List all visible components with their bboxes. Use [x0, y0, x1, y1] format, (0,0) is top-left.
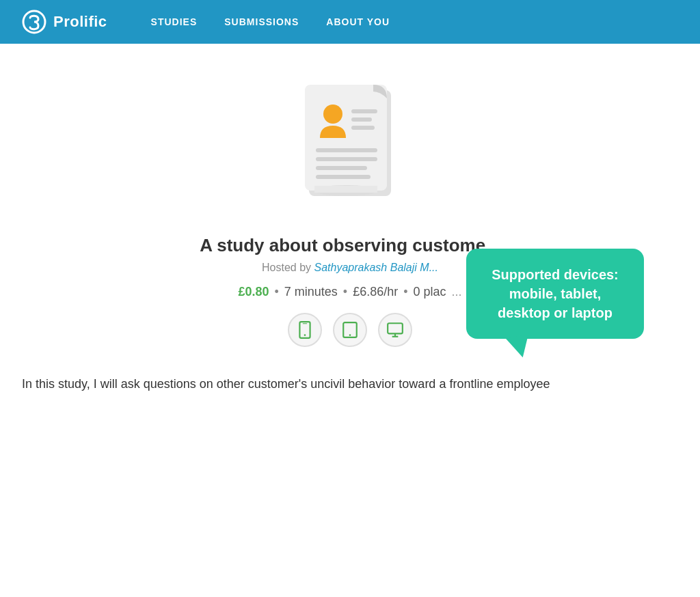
- logo-icon: [22, 10, 46, 34]
- svg-rect-6: [351, 126, 375, 130]
- svg-rect-9: [316, 166, 367, 170]
- main-content: Supported devices: mobile, tablet, deskt…: [0, 44, 700, 416]
- tablet-icon-button[interactable]: [333, 313, 367, 347]
- desktop-icon: [386, 321, 404, 339]
- nav-links: STUDIES SUBMISSIONS ABOUT YOU: [151, 16, 390, 27]
- study-duration: 7 minutes: [284, 285, 338, 299]
- study-meta: £0.80 • 7 minutes • £6.86/hr • 0 plac...: [238, 285, 461, 299]
- tooltip-bubble: Supported devices: mobile, tablet, deskt…: [466, 249, 644, 339]
- svg-rect-8: [316, 157, 377, 161]
- svg-point-17: [349, 334, 351, 336]
- study-places: 0 plac: [414, 285, 446, 299]
- svg-rect-2: [305, 85, 387, 191]
- mobile-icon-button[interactable]: [288, 313, 322, 347]
- study-illustration: [295, 77, 405, 213]
- svg-rect-18: [388, 323, 403, 333]
- study-area: Supported devices: mobile, tablet, deskt…: [56, 235, 644, 347]
- hosted-by: Hosted by Sathyaprakash Balaji M...: [262, 262, 438, 274]
- researcher-link[interactable]: Sathyaprakash Balaji M...: [314, 262, 438, 273]
- svg-rect-7: [316, 148, 377, 152]
- study-rate: £6.86/hr: [353, 285, 398, 299]
- device-icons-row: [288, 313, 412, 347]
- tooltip-text: Supported devices: mobile, tablet, deskt…: [492, 267, 619, 320]
- nav-studies[interactable]: STUDIES: [151, 16, 198, 27]
- nav-about-you[interactable]: ABOUT YOU: [326, 16, 390, 27]
- study-description: In this study, I will ask questions on o…: [22, 374, 637, 394]
- svg-point-3: [323, 105, 342, 124]
- desktop-icon-button[interactable]: [378, 313, 412, 347]
- nav-submissions[interactable]: SUBMISSIONS: [224, 16, 299, 27]
- brand-name: Prolific: [53, 13, 107, 31]
- svg-rect-4: [351, 109, 377, 113]
- svg-rect-5: [351, 117, 372, 122]
- mobile-icon: [296, 321, 314, 339]
- study-pay: £0.80: [238, 285, 269, 299]
- study-title: A study about observing custome...: [200, 235, 500, 256]
- navbar: Prolific STUDIES SUBMISSIONS ABOUT YOU: [0, 0, 700, 44]
- svg-point-14: [304, 334, 306, 336]
- tablet-icon: [341, 321, 359, 339]
- svg-rect-12: [314, 186, 377, 193]
- logo: Prolific: [22, 10, 107, 34]
- svg-rect-15: [303, 323, 308, 324]
- svg-rect-10: [316, 175, 371, 179]
